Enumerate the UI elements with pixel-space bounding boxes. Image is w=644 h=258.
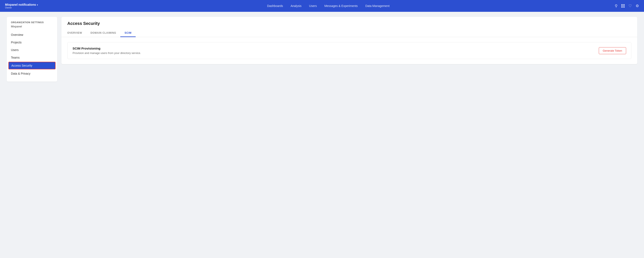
topnav-actions: ⚲ ♡ ⚙ [614, 4, 639, 8]
scim-box-title: SCIM Provisioning [72, 47, 141, 50]
grid-apps-icon[interactable] [621, 4, 625, 8]
settings-icon[interactable]: ⚙ [636, 4, 639, 8]
brand-logo[interactable]: Mixpanel notifications ▾ Owner [5, 3, 43, 9]
nav-data-management[interactable]: Data Management [365, 4, 390, 8]
page-title: Access Security [67, 21, 632, 26]
sidebar-item-data-privacy[interactable]: Data & Privacy [7, 70, 57, 77]
nav-analysis[interactable]: Analysis [290, 4, 302, 8]
top-navigation: Mixpanel notifications ▾ Owner Dashboard… [0, 0, 644, 12]
content-card: Access Security OVERVIEW DOMAIN CLAIMING… [62, 17, 637, 64]
nav-messages-experiments[interactable]: Messages & Experiments [324, 4, 358, 8]
sidebar-item-projects[interactable]: Projects [7, 39, 57, 46]
tab-scim[interactable]: SCIM [120, 29, 136, 37]
search-icon[interactable]: ⚲ [615, 4, 618, 8]
main-nav: Dashboards Analysis Users Messages & Exp… [43, 4, 614, 8]
sidebar-item-access-security[interactable]: Access Security [8, 62, 56, 69]
nav-users[interactable]: Users [309, 4, 317, 8]
sidebar-section-title: ORGANIZATION SETTINGS [7, 21, 57, 25]
brand-role: Owner [5, 6, 38, 9]
scim-box-desc: Provision and manage users from your dir… [72, 51, 141, 55]
main-content: Access Security OVERVIEW DOMAIN CLAIMING… [62, 17, 637, 253]
tab-overview[interactable]: OVERVIEW [67, 29, 86, 37]
scim-box-text: SCIM Provisioning Provision and manage u… [72, 47, 141, 55]
content-header: Access Security OVERVIEW DOMAIN CLAIMING… [62, 17, 637, 37]
brand-arrow-icon: ▾ [37, 4, 38, 6]
sidebar-item-overview[interactable]: Overview [7, 31, 57, 39]
notifications-icon[interactable]: ♡ [628, 4, 632, 8]
page-container: ORGANIZATION SETTINGS Mixpanel Overview … [0, 12, 644, 258]
scim-content: SCIM Provisioning Provision and manage u… [62, 37, 637, 64]
scim-provisioning-box: SCIM Provisioning Provision and manage u… [67, 42, 632, 59]
tab-bar: OVERVIEW DOMAIN CLAIMING SCIM [67, 29, 632, 37]
brand-name: Mixpanel notifications [5, 3, 36, 6]
sidebar-org-name: Mixpanel [7, 25, 57, 31]
sidebar: ORGANIZATION SETTINGS Mixpanel Overview … [7, 17, 57, 82]
generate-token-button[interactable]: Generate Token [599, 47, 626, 54]
sidebar-item-teams[interactable]: Teams [7, 54, 57, 61]
nav-dashboards[interactable]: Dashboards [267, 4, 283, 8]
tab-domain-claiming[interactable]: DOMAIN CLAIMING [86, 29, 120, 37]
sidebar-item-users[interactable]: Users [7, 46, 57, 54]
